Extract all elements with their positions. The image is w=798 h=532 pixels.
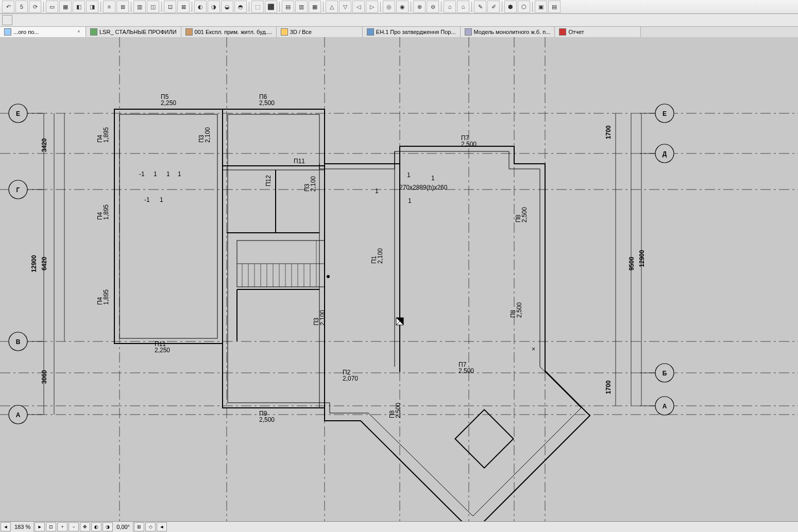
- tool-b-icon[interactable]: ◑: [103, 522, 113, 531]
- pan-icon[interactable]: ✥: [80, 522, 90, 531]
- toolbar-button[interactable]: ▷: [366, 1, 378, 13]
- toolbar-button[interactable]: ⊞: [116, 1, 129, 13]
- lintel-dim: 2,250: [161, 99, 176, 107]
- tab-label: Отчет: [568, 27, 584, 37]
- toolbar-button[interactable]: ⬛: [265, 1, 277, 13]
- toolbar-button[interactable]: ⌂: [457, 1, 469, 13]
- toolbar-button[interactable]: ≡: [103, 1, 115, 13]
- toolbar-button[interactable]: ▭: [46, 1, 58, 13]
- zoom-value[interactable]: 183 %: [11, 522, 34, 532]
- lintel-label: П11: [294, 158, 305, 165]
- toolbar-button[interactable]: ◨: [86, 1, 98, 13]
- toolbar-button[interactable]: ⟳: [29, 1, 41, 13]
- lintel-dim: 1,895: [103, 127, 110, 143]
- tab-icon: [559, 28, 566, 36]
- fit-icon[interactable]: ⊡: [46, 522, 56, 531]
- tool-a-icon[interactable]: ◐: [91, 522, 101, 531]
- axis-bubble: В: [9, 332, 43, 351]
- tab-label: LSR_ СТАЛЬНЫЕ ПРОФИЛИ: [99, 27, 177, 37]
- tab-icon: [185, 28, 193, 36]
- toolbar-button[interactable]: ▣: [535, 1, 547, 13]
- toolbar-button[interactable]: ◉: [396, 1, 409, 13]
- toolbar-button[interactable]: ▦: [309, 1, 321, 13]
- dimension-text: 12900: [638, 250, 646, 267]
- tab-label: ЕН.1 Про затвердження Пор...: [376, 27, 456, 37]
- document-tab[interactable]: ...ого по...×: [0, 27, 86, 37]
- tab-close-icon[interactable]: ×: [76, 29, 81, 35]
- tab-icon: [281, 28, 288, 36]
- toolbar-button[interactable]: ↶: [2, 1, 14, 13]
- toolbar-button[interactable]: ⊠: [177, 1, 190, 13]
- toolbar-button[interactable]: ⬢: [504, 1, 517, 13]
- toolbar-button[interactable]: ◫: [147, 1, 159, 13]
- axis-bubble: Е: [9, 104, 43, 123]
- tab-label: ...ого по...: [13, 27, 39, 37]
- document-tab[interactable]: Модель монолитного ж.б. п...: [461, 27, 555, 37]
- svg-text:В: В: [16, 338, 21, 346]
- toolbar-button[interactable]: ◧: [73, 1, 85, 13]
- zoom-out-icon[interactable]: −: [69, 522, 79, 531]
- toolbar-button[interactable]: ▤: [548, 1, 561, 13]
- lintel-dim: 2,100: [310, 176, 317, 192]
- toolbar-button[interactable]: ▥: [133, 1, 146, 13]
- lintel-dim: 2,100: [319, 310, 326, 325]
- toolbar-button[interactable]: ◓: [234, 1, 247, 13]
- toolbar-button[interactable]: ◁: [352, 1, 365, 13]
- toolbar-button[interactable]: ⊕: [413, 1, 426, 13]
- document-tab[interactable]: ЕН.1 Про затвердження Пор...: [363, 27, 461, 37]
- elevation-mark: 1: [154, 170, 157, 178]
- dimension-text: 3060: [41, 370, 48, 384]
- dimension-text: 1700: [605, 125, 612, 139]
- svg-text:Д: Д: [663, 150, 667, 158]
- tab-icon: [465, 28, 472, 36]
- snap-icon[interactable]: ⊞: [134, 522, 144, 531]
- lintel-dim: 2,500: [461, 141, 477, 148]
- scroll-right-icon[interactable]: ►: [35, 522, 45, 531]
- toolbar-button[interactable]: ▽: [339, 1, 351, 13]
- scroll-left-icon[interactable]: ◄: [1, 522, 11, 531]
- axis-bubble: А: [9, 405, 43, 424]
- elevation-mark: 1: [178, 170, 181, 178]
- axis-bubble: Б: [640, 364, 674, 382]
- svg-text:Е: Е: [16, 110, 20, 117]
- angle-value: 0,00°: [113, 522, 133, 532]
- toolbar-button[interactable]: ◎: [383, 1, 395, 13]
- dimension-text: 3420: [41, 138, 48, 152]
- toolbar-button[interactable]: ✐: [487, 1, 500, 13]
- document-tab[interactable]: Отчет: [555, 27, 641, 37]
- svg-point-41: [327, 275, 330, 278]
- lintel-label: П12: [265, 175, 272, 186]
- ortho-icon[interactable]: ◇: [145, 522, 156, 531]
- toolbar-button[interactable]: ✎: [474, 1, 486, 13]
- svg-rect-14: [114, 109, 223, 344]
- drawing-viewport[interactable]: ЕГВА ЕДБА 34206420306012900 170017009500…: [0, 37, 798, 522]
- subtool-icon[interactable]: [2, 15, 12, 25]
- svg-text:А: А: [16, 411, 21, 419]
- toolbar-button[interactable]: ▦: [59, 1, 72, 13]
- axis-bubble: Г: [9, 180, 43, 199]
- axis-bubble: Д: [640, 144, 674, 163]
- toolbar-button[interactable]: ▤: [282, 1, 294, 13]
- toolbar-button[interactable]: ◒: [221, 1, 233, 13]
- toolbar-button[interactable]: ⊡: [164, 1, 176, 13]
- document-tab[interactable]: LSR_ СТАЛЬНЫЕ ПРОФИЛИ: [86, 27, 181, 37]
- document-tab[interactable]: 001 Експл. прим. житл. буд....: [181, 27, 277, 37]
- document-tab[interactable]: 3D / Все: [277, 27, 363, 37]
- toolbar-button[interactable]: ⬚: [251, 1, 264, 13]
- svg-text:Г: Г: [16, 186, 20, 194]
- zoom-in-icon[interactable]: +: [57, 522, 67, 531]
- toolbar-button[interactable]: ⬡: [518, 1, 530, 13]
- staircase: [237, 241, 330, 287]
- tab-label: 3D / Все: [290, 27, 312, 37]
- lintel-dim: 2,500: [259, 99, 275, 107]
- toolbar-button[interactable]: ▥: [295, 1, 308, 13]
- arrow-icon[interactable]: ◄: [157, 522, 167, 531]
- toolbar-button[interactable]: ◐: [194, 1, 207, 13]
- axis-bubble: А: [640, 397, 674, 415]
- axis-bubble: Е: [640, 104, 674, 123]
- toolbar-button[interactable]: ⌂: [444, 1, 456, 13]
- toolbar-button[interactable]: ◑: [208, 1, 220, 13]
- toolbar-button[interactable]: ⊖: [427, 1, 439, 13]
- toolbar-button[interactable]: 5: [15, 1, 28, 13]
- toolbar-button[interactable]: △: [326, 1, 338, 13]
